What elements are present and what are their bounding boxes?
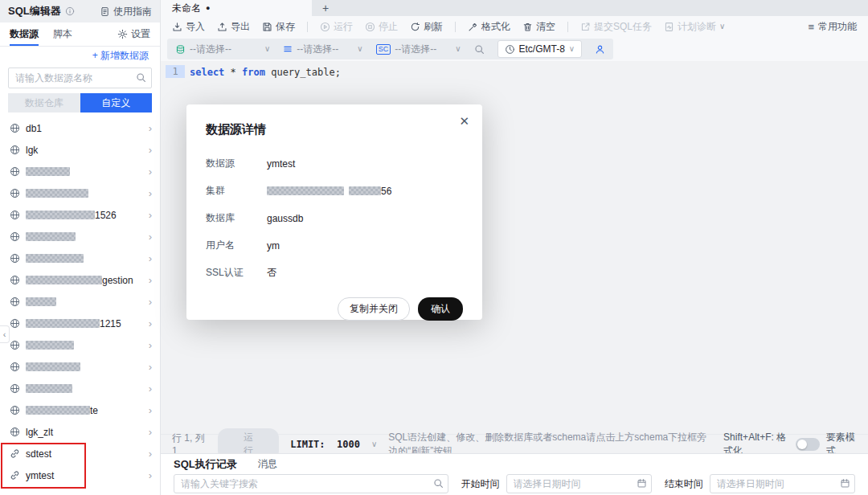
timezone-select[interactable]: Etc/GMT-8 ∨ <box>497 40 583 58</box>
redacted-label <box>26 189 88 198</box>
modal-row-database: 数据库 gaussdb <box>206 211 463 225</box>
list-item-redacted-1215[interactable]: 1215 › <box>0 313 160 334</box>
list-item-redacted[interactable]: › <box>0 356 160 378</box>
search-circle-button[interactable] <box>474 44 485 55</box>
link-icon <box>10 470 20 481</box>
datasource-search <box>8 68 152 88</box>
datasource-search-input[interactable] <box>8 68 152 88</box>
globe-icon <box>10 123 20 133</box>
bottom-panel-tabs: SQL执行记录 消息 <box>161 454 868 474</box>
list-item-redacted-te[interactable]: te › <box>0 399 160 421</box>
modal-title: 数据源详情 <box>206 122 463 137</box>
globe-icon <box>10 145 20 155</box>
info-icon[interactable] <box>65 6 75 16</box>
modal-row-cluster: 集群 56 <box>206 184 463 198</box>
sc-select[interactable]: SC --请选择-- ∨ <box>376 43 461 56</box>
settings-button[interactable]: 设置 <box>117 22 150 46</box>
menu-icon: ≡ <box>808 21 814 33</box>
document-icon <box>100 6 110 17</box>
modal-buttons: 复制并关闭 确认 <box>206 297 463 321</box>
calendar-icon[interactable] <box>637 478 647 489</box>
submit-icon <box>580 22 591 32</box>
modal-row-datasource: 数据源 ymtest <box>206 157 463 170</box>
mode-toggle[interactable] <box>796 438 820 451</box>
chevron-right-icon: › <box>149 383 152 394</box>
diagnose-icon <box>664 22 674 32</box>
editor-tab-label: 未命名 <box>172 2 201 15</box>
redacted-label <box>26 254 84 263</box>
globe-icon <box>10 318 20 329</box>
unsaved-dot-icon: ● <box>206 5 210 12</box>
list-item-redacted[interactable]: › <box>0 248 160 269</box>
trash-icon <box>522 22 533 32</box>
list-item-redacted[interactable]: › <box>0 226 160 248</box>
common-functions-button[interactable]: ≡ 常用功能 <box>808 20 857 34</box>
list-item-redacted-1526[interactable]: 1526 › <box>0 204 160 226</box>
refresh-button[interactable]: 刷新 <box>410 20 443 34</box>
database-select[interactable]: --请选择-- ∨ <box>175 43 270 56</box>
usage-guide-link[interactable]: 使用指南 <box>100 5 152 18</box>
redacted-label <box>26 319 100 328</box>
tab-script[interactable]: 脚本 <box>53 22 72 46</box>
start-time-field <box>506 474 652 493</box>
list-item-redacted[interactable]: › <box>0 291 160 313</box>
history-search-input[interactable] <box>174 474 448 493</box>
export-button[interactable]: 导出 <box>217 20 250 34</box>
list-item-lgk-zlt[interactable]: lgk_zlt › <box>0 421 160 443</box>
list-item-redacted[interactable]: › <box>0 182 160 204</box>
modal-row-username: 用户名 ym <box>206 239 463 252</box>
run-button[interactable]: 运行 <box>320 20 353 34</box>
stop-button[interactable]: 停止 <box>365 20 398 34</box>
add-datasource-button[interactable]: + 新增数据源 <box>92 49 149 63</box>
save-button[interactable]: 保存 <box>262 20 295 34</box>
calendar-icon[interactable] <box>840 478 850 489</box>
sidebar-collapse-handle[interactable]: ‹ <box>0 325 10 343</box>
list-item-redacted[interactable]: › <box>0 334 160 356</box>
datasource-detail-modal: 数据源详情 ✕ 数据源 ymtest 集群 56 数据库 gaussdb 用户名… <box>186 104 482 320</box>
tab-sql-history[interactable]: SQL执行记录 <box>174 457 237 472</box>
chevron-right-icon: › <box>149 297 152 307</box>
history-search <box>174 474 448 493</box>
list-item-lgk[interactable]: lgk › <box>0 139 160 161</box>
list-item-redacted[interactable]: › <box>0 378 160 399</box>
submit-sql-task-button[interactable]: 提交SQL任务 <box>580 20 652 34</box>
add-datasource-row: + 新增数据源 <box>0 47 160 64</box>
globe-icon <box>10 275 20 285</box>
segment-warehouse[interactable]: 数据仓库 <box>8 93 80 112</box>
import-button[interactable]: 导入 <box>172 20 205 34</box>
editor-toolbar: 导入 导出 保存 运行 停止 刷新 <box>161 16 868 37</box>
chevron-right-icon: › <box>149 123 152 133</box>
app-title: SQL编辑器 <box>8 4 61 18</box>
segment-custom[interactable]: 自定义 <box>80 93 153 112</box>
line-number: 1 <box>166 65 184 78</box>
confirm-button[interactable]: 确认 <box>418 297 463 321</box>
schema-select[interactable]: --请选择-- ∨ <box>283 43 362 56</box>
globe-icon <box>10 188 20 198</box>
globe-icon <box>10 210 20 220</box>
plan-diagnose-button[interactable]: 计划诊断 ∨ <box>664 20 725 34</box>
redacted-label <box>26 276 102 284</box>
format-button[interactable]: 格式化 <box>468 20 510 34</box>
globe-icon <box>10 405 20 415</box>
editor-tab-unnamed[interactable]: 未命名 ● <box>161 0 312 16</box>
list-item-redacted-gestion[interactable]: gestion › <box>0 269 160 291</box>
person-icon[interactable] <box>595 44 605 55</box>
sql-editor-app: SQL编辑器 使用指南 数据源 脚本 设置 + 新增数据源 数据仓库 自定义 <box>0 0 868 495</box>
refresh-icon <box>410 22 420 32</box>
chevron-down-icon[interactable]: ∨ <box>371 440 377 448</box>
add-tab-button[interactable]: + <box>312 0 339 16</box>
list-item-ymtest[interactable]: ymtest › <box>0 464 160 486</box>
export-icon <box>217 22 227 32</box>
chevron-right-icon: › <box>149 362 152 372</box>
tab-messages[interactable]: 消息 <box>258 457 277 471</box>
list-item-sdtest[interactable]: sdtest › <box>0 443 160 464</box>
end-time-input[interactable] <box>710 474 855 493</box>
tab-datasource[interactable]: 数据源 <box>10 22 39 46</box>
list-item-redacted[interactable]: › <box>0 161 160 182</box>
close-icon[interactable]: ✕ <box>459 115 469 127</box>
start-time-input[interactable] <box>506 474 652 493</box>
list-item-db1[interactable]: db1 › <box>0 117 160 139</box>
chevron-right-icon: › <box>149 427 152 437</box>
clear-button[interactable]: 清空 <box>522 20 555 34</box>
copy-close-button[interactable]: 复制并关闭 <box>338 297 410 321</box>
